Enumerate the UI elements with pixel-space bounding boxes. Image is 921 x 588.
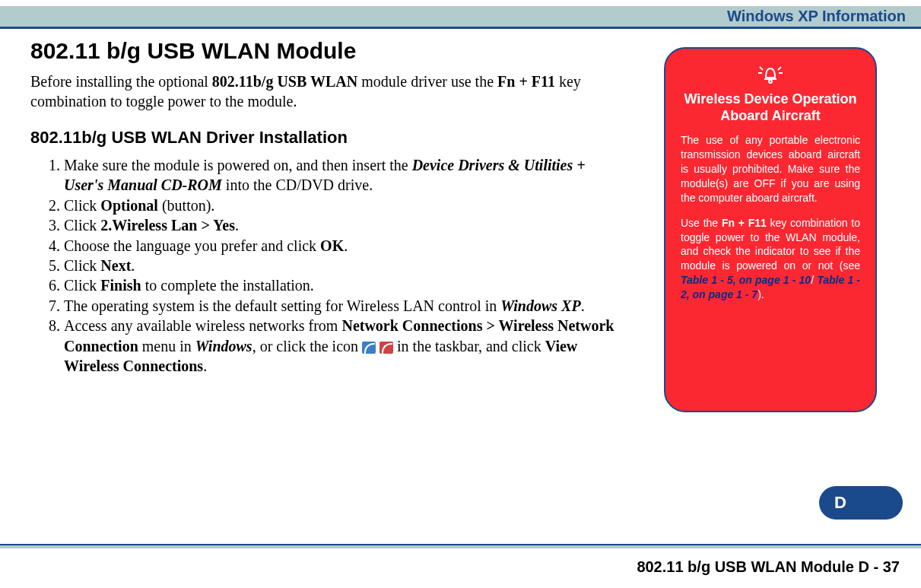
footer-section: 802.11 b/g USB WLAN Module: [637, 558, 854, 575]
list-item: The operating system is the default sett…: [64, 296, 616, 316]
warning-callout: Wireless Device Operation Aboard Aircraf…: [664, 47, 877, 412]
subheading: 802.11b/g USB WLAN Driver Installation: [30, 128, 616, 148]
install-steps: Make sure the module is powered on, and …: [30, 155, 616, 376]
page-footer: 802.11 b/g USB WLAN Module D - 37: [637, 558, 900, 576]
wifi-off-icon: [380, 342, 393, 354]
warning-body: The use of any portable electronic trans…: [681, 133, 860, 302]
main-content: 802.11 b/g USB WLAN Module Before instal…: [30, 38, 616, 376]
svg-point-1: [769, 80, 772, 83]
chapter-tab-label: D: [834, 493, 846, 513]
svg-line-3: [778, 67, 781, 70]
intro-paragraph: Before installing the optional 802.11b/g…: [30, 72, 616, 111]
chapter-tab: D: [819, 486, 903, 520]
warning-title: Wireless Device Operation Aboard Aircraf…: [681, 91, 860, 124]
footer-divider: [0, 544, 921, 548]
list-item: Click Finish to complete the installatio…: [64, 275, 616, 295]
header-title: Windows XP Information: [727, 8, 906, 25]
header-bar: Windows XP Information: [0, 6, 921, 29]
page-heading: 802.11 b/g USB WLAN Module: [30, 38, 616, 64]
list-item: Choose the language you prefer and click…: [64, 236, 616, 256]
list-item: Make sure the module is powered on, and …: [64, 155, 616, 195]
svg-line-2: [760, 67, 763, 70]
list-item: Access any available wireless networks f…: [64, 316, 616, 376]
list-item: Click Optional (button).: [64, 195, 616, 215]
footer-page: D - 37: [859, 558, 900, 575]
wifi-on-icon: [362, 342, 376, 354]
warning-p1: The use of any portable electronic trans…: [681, 133, 860, 205]
alarm-bell-icon: [681, 62, 860, 87]
warning-p2: Use the Fn + F11 key combination to togg…: [681, 216, 860, 302]
list-item: Click 2.Wireless Lan > Yes.: [64, 215, 616, 235]
list-item: Click Next.: [64, 256, 616, 275]
